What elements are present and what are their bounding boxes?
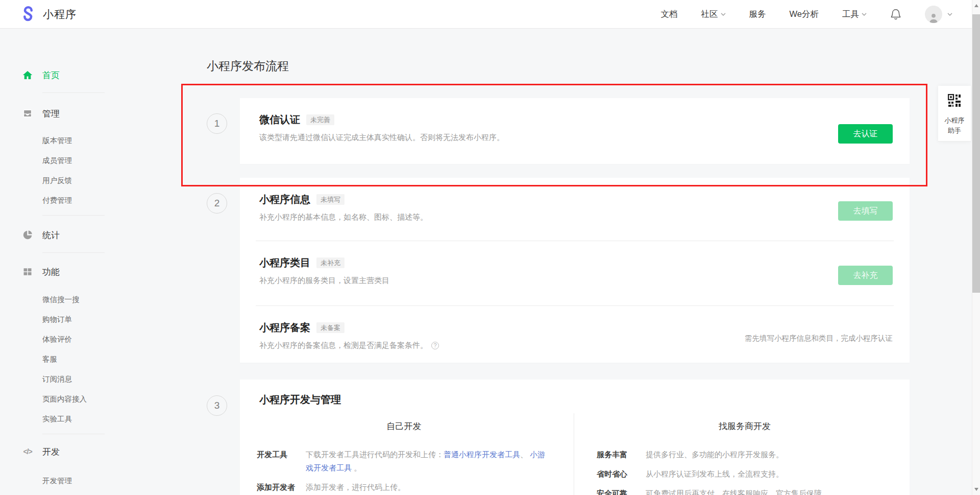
miniprogram-filing-title: 小程序备案 bbox=[259, 321, 310, 334]
grid-icon bbox=[22, 267, 33, 277]
scrollbar-thumb[interactable] bbox=[972, 14, 980, 293]
provider-row: 服务丰富 提供多行业、多功能的小程序开发服务。 bbox=[597, 448, 893, 461]
sidebar-item-subscribe-message[interactable]: 订阅消息 bbox=[0, 371, 120, 387]
sidebar-item-member-manage[interactable]: 成员管理 bbox=[0, 153, 120, 168]
dev-manage-title: 小程序开发与管理 bbox=[240, 393, 910, 406]
app-logo[interactable]: 小程序 bbox=[19, 6, 77, 23]
wechat-verification-desc: 该类型请先通过微信认证完成主体真实性确认。否则将无法发布小程序。 bbox=[259, 132, 910, 143]
link-separator: 、 bbox=[520, 450, 530, 459]
sidebar-item-develop-manage[interactable]: 开发管理 bbox=[0, 473, 120, 488]
top-nav: 文档 社区 服务 We分析 工具 bbox=[661, 6, 980, 23]
nav-docs[interactable]: 文档 bbox=[661, 9, 678, 20]
sidebar-item-features[interactable]: 功能 bbox=[0, 262, 120, 282]
qr-code-icon bbox=[948, 94, 961, 107]
provider-develop-column: 找服务商开发 服务丰富 提供多行业、多功能的小程序开发服务。 省时省心 从小程序… bbox=[574, 413, 910, 495]
main-content: 小程序发布流程 1 2 3 微信认证 未完善 该类型请先通过微信认证完成主体真实… bbox=[120, 29, 972, 495]
add-developer-row: 添加开发者 添加开发者，进行代码上传。 bbox=[257, 481, 551, 494]
sidebar-item-page-content[interactable]: 页面内容接入 bbox=[0, 391, 120, 407]
chevron-down-icon bbox=[862, 13, 867, 16]
avatar bbox=[925, 6, 942, 23]
step-number-1: 1 bbox=[207, 113, 227, 134]
go-fill-button[interactable]: 去填写 bbox=[838, 201, 893, 221]
normal-devtools-link[interactable]: 普通小程序开发者工具 bbox=[444, 450, 520, 459]
miniprogram-logo-icon bbox=[19, 6, 37, 23]
wechat-verification-title: 微信认证 bbox=[259, 113, 300, 126]
assistant-label-line2: 助手 bbox=[938, 126, 971, 136]
sidebar-item-customer-service[interactable]: 客服 bbox=[0, 351, 120, 367]
miniprogram-filing-desc: 补充小程序的备案信息，检测是否满足备案条件。 bbox=[259, 340, 428, 350]
help-icon[interactable] bbox=[431, 342, 439, 349]
status-badge: 未完善 bbox=[306, 114, 334, 125]
nav-we-analysis[interactable]: We分析 bbox=[790, 9, 819, 20]
miniprogram-category-desc: 补充小程序的服务类目，设置主营类目 bbox=[259, 275, 910, 286]
vertical-scrollbar[interactable] bbox=[972, 0, 980, 495]
miniprogram-info-desc: 补充小程序的基本信息，如名称、图标、描述等。 bbox=[259, 212, 910, 222]
step3-card: 小程序开发与管理 自己开发 开发工具 下载开发者工具进行代码的开发和上传：普通小… bbox=[240, 380, 910, 495]
top-header: 小程序 文档 社区 服务 We分析 工具 bbox=[0, 0, 980, 29]
status-badge: 未填写 bbox=[316, 194, 345, 205]
page-title: 小程序发布流程 bbox=[207, 58, 289, 74]
nav-tools[interactable]: 工具 bbox=[842, 9, 867, 20]
account-menu[interactable] bbox=[925, 6, 952, 23]
step2-card: 小程序信息 未填写 补充小程序的基本信息，如名称、图标、描述等。 去填写 小程序… bbox=[240, 178, 910, 363]
step-number-2: 2 bbox=[207, 193, 227, 214]
logo-text: 小程序 bbox=[43, 7, 77, 21]
sidebar-item-version-manage[interactable]: 版本管理 bbox=[0, 133, 120, 148]
sidebar-item-search[interactable]: 微信搜一搜 bbox=[0, 292, 120, 307]
notification-bell-icon[interactable] bbox=[890, 8, 901, 20]
provider-develop-header: 找服务商开发 bbox=[597, 420, 893, 433]
home-icon bbox=[22, 70, 33, 80]
chevron-down-icon bbox=[947, 13, 952, 16]
sidebar-item-develop[interactable]: </> 开发 bbox=[0, 441, 120, 462]
assistant-label-line1: 小程序 bbox=[938, 115, 971, 126]
pie-chart-icon bbox=[22, 230, 33, 240]
person-icon bbox=[928, 12, 939, 23]
code-icon: </> bbox=[22, 446, 33, 457]
self-develop-column: 自己开发 开发工具 下载开发者工具进行代码的开发和上传：普通小程序开发者工具、 … bbox=[240, 413, 574, 495]
dev-tools-suffix: 。 bbox=[352, 463, 361, 472]
sidebar-item-paid-manage[interactable]: 付费管理 bbox=[0, 193, 120, 208]
sidebar-item-home[interactable]: 首页 bbox=[0, 65, 120, 85]
dev-tools-label: 开发工具 bbox=[257, 448, 306, 475]
sidebar-item-manage[interactable]: 管理 bbox=[0, 103, 120, 124]
miniprogram-info-row: 小程序信息 未填写 补充小程序的基本信息，如名称、图标、描述等。 去填写 bbox=[240, 178, 910, 241]
tray-icon bbox=[22, 108, 33, 119]
sidebar-item-experience-review[interactable]: 体验评价 bbox=[0, 332, 120, 347]
chevron-down-icon bbox=[721, 13, 726, 16]
nav-services[interactable]: 服务 bbox=[749, 9, 766, 20]
sidebar-divider bbox=[42, 92, 105, 93]
provider-row: 省时省心 从小程序认证到发布上线，全流程支持。 bbox=[597, 467, 893, 481]
step1-card: 微信认证 未完善 该类型请先通过微信认证完成主体真实性确认。否则将无法发布小程序… bbox=[240, 98, 910, 164]
status-badge: 未补充 bbox=[316, 257, 345, 268]
nav-community[interactable]: 社区 bbox=[701, 9, 726, 20]
miniprogram-info-title: 小程序信息 bbox=[259, 193, 310, 205]
sidebar-divider bbox=[42, 434, 105, 434]
miniprogram-assistant-widget[interactable]: 小程序 助手 bbox=[938, 86, 971, 142]
step-number-3: 3 bbox=[207, 395, 227, 416]
scroll-up-arrow[interactable] bbox=[974, 4, 978, 7]
filing-precondition-note: 需先填写小程序信息和类目，完成小程序认证 bbox=[745, 334, 893, 343]
status-badge: 未备案 bbox=[316, 322, 345, 333]
sidebar-item-experiment-tools[interactable]: 实验工具 bbox=[0, 411, 120, 427]
dev-tools-row: 开发工具 下载开发者工具进行代码的开发和上传：普通小程序开发者工具、 小游戏开发… bbox=[257, 448, 551, 475]
add-developer-text: 添加开发者，进行代码上传。 bbox=[306, 481, 551, 494]
sidebar: 首页 管理 版本管理 成员管理 用户反馈 付费管理 统计 功能 bbox=[0, 29, 120, 493]
wechat-verification-row: 微信认证 未完善 该类型请先通过微信认证完成主体真实性确认。否则将无法发布小程序… bbox=[240, 98, 910, 164]
sidebar-divider bbox=[42, 252, 105, 253]
sidebar-divider bbox=[42, 215, 105, 216]
go-verify-button[interactable]: 去认证 bbox=[838, 124, 893, 144]
sidebar-item-user-feedback[interactable]: 用户反馈 bbox=[0, 173, 120, 188]
self-develop-header: 自己开发 bbox=[257, 420, 551, 433]
miniprogram-filing-row: 小程序备案 未备案 补充小程序的备案信息，检测是否满足备案条件。 需先填写小程序… bbox=[240, 306, 910, 363]
dev-tools-text: 下载开发者工具进行代码的开发和上传： bbox=[306, 450, 444, 459]
scroll-down-arrow[interactable] bbox=[974, 488, 978, 491]
miniprogram-category-title: 小程序类目 bbox=[259, 256, 310, 269]
sidebar-item-stats[interactable]: 统计 bbox=[0, 225, 120, 245]
go-supplement-button[interactable]: 去补充 bbox=[838, 266, 893, 285]
add-developer-label: 添加开发者 bbox=[257, 481, 306, 494]
miniprogram-category-row: 小程序类目 未补充 补充小程序的服务类目，设置主营类目 去补充 bbox=[240, 241, 910, 305]
provider-row: 安全可靠 可免费试用后再支付，在线客服响应，官方售后保障 bbox=[597, 487, 893, 495]
sidebar-item-shopping-orders[interactable]: 购物订单 bbox=[0, 312, 120, 327]
